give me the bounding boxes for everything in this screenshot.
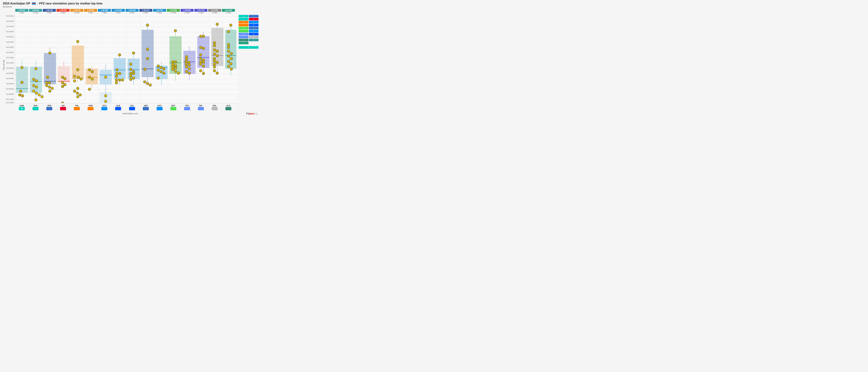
- svg-text:01:49.000: 01:49.000: [6, 83, 13, 85]
- legend-sidebar: 1 1 1 2 2 2 2 2 3 3 3 3 3 1 1 1: [237, 14, 258, 104]
- svg-text:17: 17: [186, 66, 187, 68]
- driver-abbr-BOT: BOT: [166, 105, 180, 107]
- laps-RUS: 11 laps: [29, 12, 42, 13]
- svg-text:2: 2: [105, 76, 106, 78]
- svg-text:14: 14: [130, 79, 131, 80]
- svg-text:19: 19: [74, 91, 75, 92]
- svg-text:22: 22: [214, 45, 215, 46]
- legend-PER: 1: [249, 15, 259, 18]
- chart-title: 2024 Azerbaijan GP: [3, 2, 30, 5]
- svg-text:01:51.000: 01:51.000: [6, 62, 13, 64]
- svg-text:14: 14: [92, 79, 93, 80]
- svg-text:18: 18: [130, 69, 131, 70]
- driver-header-RUS: 1.49.061 11 laps: [29, 9, 42, 13]
- svg-text:15: 15: [49, 91, 51, 92]
- svg-text:01:54.500: 01:54.500: [6, 26, 13, 27]
- svg-text:01:51.500: 01:51.500: [6, 57, 13, 59]
- svg-text:18: 18: [203, 65, 204, 67]
- laps-PER: 9 laps: [42, 12, 56, 13]
- team-logo-NOR: [88, 107, 94, 110]
- legend-ALB: 2: [249, 24, 259, 26]
- svg-text:20: 20: [175, 71, 176, 72]
- driver-abbr-HUL: HUL: [208, 105, 221, 107]
- svg-text:17: 17: [172, 66, 174, 68]
- team-logo-OCO: [101, 107, 107, 110]
- svg-text:20: 20: [160, 67, 162, 68]
- median-VER: 1.50.270: [139, 9, 152, 12]
- chart-subtitle-inline: - FP2 race simulation pace by median lap…: [37, 2, 102, 5]
- svg-text:14: 14: [214, 64, 215, 65]
- legend-OCO: 2: [249, 21, 259, 24]
- svg-rect-136: [86, 77, 98, 78]
- laps-NOR: 6 laps: [84, 12, 97, 13]
- y-axis-svg: 01:55.500 01:55.000 01:54.500 01:54.000 …: [3, 14, 15, 103]
- driver-abbr-OCO: OCO: [97, 105, 111, 107]
- legend-extra: 1: [249, 39, 259, 41]
- svg-text:20: 20: [203, 48, 204, 49]
- laps-PIA: 10 laps: [70, 12, 84, 13]
- median-RIC: 1.51.375: [194, 9, 207, 12]
- svg-text:14: 14: [77, 88, 79, 89]
- svg-text:21: 21: [230, 63, 231, 65]
- svg-text:01:53.000: 01:53.000: [6, 41, 13, 43]
- svg-text:15: 15: [158, 65, 159, 67]
- svg-text:22: 22: [74, 76, 75, 77]
- svg-text:22: 22: [200, 54, 202, 56]
- svg-text:17: 17: [52, 88, 53, 89]
- svg-text:11: 11: [33, 79, 34, 80]
- svg-text:01:55.000: 01:55.000: [6, 20, 13, 22]
- driver-header-TSU: 1.50.944 11 laps: [180, 9, 194, 13]
- driver-abbr-PER: PER: [42, 105, 56, 107]
- team-logo-RUS: [33, 107, 38, 110]
- laps-GAS: 8 laps: [153, 12, 166, 13]
- median-ALO: 1.51.544: [222, 9, 235, 12]
- svg-text:23: 23: [216, 24, 218, 25]
- team-logo-GAS: [157, 107, 162, 110]
- laps-HAM: 5 laps: [15, 12, 29, 13]
- svg-text:19: 19: [214, 42, 215, 43]
- laps-COL: 10 laps: [125, 12, 139, 13]
- svg-text:17: 17: [214, 49, 215, 51]
- svg-text:16: 16: [116, 76, 117, 77]
- svg-rect-161: [114, 70, 126, 70]
- svg-text:23: 23: [77, 69, 79, 70]
- driver-abbr-GAS: GAS: [153, 105, 166, 107]
- team-logo-HUL: [212, 107, 218, 110]
- team-logo-COL: [129, 107, 135, 110]
- svg-text:8: 8: [42, 96, 42, 97]
- svg-text:16: 16: [130, 73, 131, 74]
- median-RUS: 1.49.061: [29, 9, 42, 12]
- svg-text:5: 5: [35, 68, 36, 69]
- svg-text:14: 14: [116, 69, 118, 70]
- legend-GAS: 3: [249, 30, 259, 32]
- driver-header-HAM: 1.48.337 5 laps: [15, 9, 29, 13]
- y-axis: Time per lap 01:55.500 01:55.000 01:54.5…: [3, 14, 15, 104]
- svg-text:14: 14: [214, 70, 215, 71]
- svg-text:13: 13: [185, 61, 187, 62]
- svg-text:19: 19: [147, 83, 148, 84]
- laps-ALB: 9 laps: [111, 12, 125, 13]
- svg-text:15: 15: [147, 58, 148, 59]
- svg-text:13: 13: [133, 73, 134, 74]
- svg-text:14: 14: [228, 31, 229, 32]
- svg-text:20: 20: [228, 61, 229, 62]
- svg-text:14: 14: [172, 69, 174, 70]
- legend-bottom: 1: [239, 46, 258, 49]
- median-ALB: 1.50.168: [112, 9, 125, 12]
- svg-text:15: 15: [228, 66, 229, 67]
- svg-text:17: 17: [203, 62, 204, 63]
- svg-text:9: 9: [36, 87, 37, 88]
- svg-text:13: 13: [172, 64, 174, 65]
- svg-text:21: 21: [150, 85, 151, 86]
- svg-text:01:52.000: 01:52.000: [6, 52, 13, 53]
- svg-rect-150: [100, 75, 112, 75]
- svg-text:23: 23: [200, 47, 202, 48]
- brand-label: F1pace 🔧: [246, 112, 257, 115]
- svg-text:21: 21: [175, 30, 176, 31]
- svg-text:01:49.500: 01:49.500: [6, 78, 13, 80]
- laps-TSU: 11 laps: [180, 12, 194, 13]
- legend-RIC: [239, 36, 248, 38]
- svg-text:7: 7: [39, 94, 40, 96]
- svg-rect-94: [58, 81, 70, 82]
- svg-text:21: 21: [47, 76, 49, 78]
